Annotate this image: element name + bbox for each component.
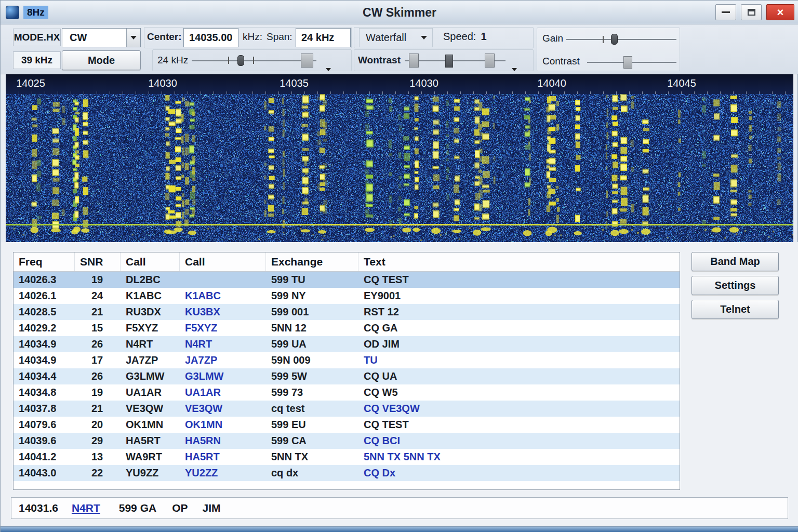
speed-label: Speed: xyxy=(443,31,476,43)
cell-call2: VE3QW xyxy=(180,403,266,415)
freq-scale-label: 14025 xyxy=(16,77,45,89)
cell-exchange: 5NN 12 xyxy=(266,322,358,334)
freq-scale-label: 14035 xyxy=(280,77,309,89)
table-row[interactable]: 14079.6 20 OK1MN OK1MN 599 EU CQ TEST xyxy=(14,417,680,433)
cell-exchange: 599 UA xyxy=(266,338,358,350)
minimize-icon xyxy=(722,11,730,13)
cell-exchange: 599 EU xyxy=(266,419,358,431)
bandwidth-slider-track xyxy=(192,60,316,61)
mode-dropdown[interactable]: CW xyxy=(62,28,141,47)
cell-snr: 20 xyxy=(75,419,121,431)
cell-text: RST 12 xyxy=(358,306,680,318)
cell-exchange: 59N 009 xyxy=(266,354,358,366)
contrast1-slider-thumb-3[interactable] xyxy=(485,54,495,68)
cell-call1: YU9ZZ xyxy=(121,467,180,479)
table-row[interactable]: 14029.2 15 F5XYZ F5XYZ 5NN 12 CQ GA xyxy=(14,320,680,336)
span-input[interactable]: 24 kHz xyxy=(296,28,351,47)
dropdown-arrow-box[interactable] xyxy=(126,29,140,47)
cell-freq: 14034.8 xyxy=(14,387,75,398)
close-button[interactable]: × xyxy=(766,4,794,20)
table-row[interactable]: 14034.4 26 G3LMW G3LMW 599 5W CQ UA xyxy=(14,368,680,384)
table-row[interactable]: 14037.8 21 VE3QW VE3QW cq test CQ VE3QW xyxy=(14,401,680,417)
gain-label: Gain xyxy=(542,33,563,44)
cell-freq: 14037.8 xyxy=(14,403,75,415)
slider-tick xyxy=(228,57,229,64)
restore-button[interactable] xyxy=(741,4,762,20)
cell-text: CQ Dx xyxy=(358,467,680,479)
header-snr[interactable]: SNR xyxy=(75,252,121,271)
table-row[interactable]: 14039.6 29 HA5RT HA5RN 599 CA CQ BCI xyxy=(14,433,680,449)
frequency-step-badge: 8Hz xyxy=(23,6,48,19)
toolbar: MODE.HX CW Center: 14035.00 kHz: Span: 2… xyxy=(1,24,798,74)
table-row[interactable]: 14034.9 26 N4RT N4RT 599 UA OD JIM xyxy=(14,336,680,352)
cell-snr: 21 xyxy=(75,306,121,318)
cell-freq: 14034.4 xyxy=(14,370,75,382)
waterfall-dropdown-value: Waterfall xyxy=(366,32,406,44)
header-freq[interactable]: Freq xyxy=(14,252,75,271)
cell-call1: G3LMW xyxy=(121,370,180,382)
header-call2[interactable]: Call xyxy=(180,252,266,271)
freq-scale-label: 14030 xyxy=(148,77,177,89)
header-text[interactable]: Text xyxy=(358,252,680,271)
cell-freq: 14034.9 xyxy=(14,338,75,350)
table-row[interactable]: 14034.9 17 JA7ZP JA7ZP 59N 009 TU xyxy=(14,352,680,368)
cell-call1: OK1MN xyxy=(121,419,180,431)
center-label: Center: xyxy=(147,31,182,43)
bandwidth-slider-thumb[interactable] xyxy=(237,55,244,66)
cell-call2: HA5RT xyxy=(180,451,266,463)
cell-freq: 14034.9 xyxy=(14,354,75,366)
waterfall-dropdown[interactable]: Waterfall xyxy=(359,28,433,47)
cell-call1: JA7ZP xyxy=(121,354,180,366)
cell-call2: K1ABC xyxy=(180,290,266,302)
dropdown-arrow-icon xyxy=(326,68,331,71)
speed-value: 1 xyxy=(481,31,486,43)
mode-button[interactable]: Mode xyxy=(62,50,141,70)
cell-call2: N4RT xyxy=(180,338,266,350)
table-row[interactable]: 14041.2 13 WA9RT HA5RT 5NN TX 5NN TX 5NN… xyxy=(14,449,680,465)
gain-slider-thumb[interactable] xyxy=(611,34,618,45)
title-bar: CW Skimmer 8Hz × xyxy=(1,1,798,24)
cell-call1: WA9RT xyxy=(121,451,180,463)
cell-text: CQ TEST xyxy=(358,274,680,286)
settings-button[interactable]: Settings xyxy=(691,276,779,295)
minimize-button[interactable] xyxy=(715,4,736,20)
bandwidth-slider-thumb-2[interactable] xyxy=(301,54,313,68)
center-frequency-input[interactable]: 14035.00 xyxy=(183,28,238,47)
contrast1-slider-thumb[interactable] xyxy=(409,54,419,68)
table-row[interactable]: 14026.1 24 K1ABC K1ABC 599 NY EY9001 xyxy=(14,288,680,304)
cell-call2: F5XYZ xyxy=(180,322,266,334)
window-title: CW Skimmer xyxy=(1,1,798,24)
cell-text: CQ W5 xyxy=(358,387,680,398)
cell-call1: K1ABC xyxy=(121,290,180,302)
cell-snr: 15 xyxy=(75,322,121,334)
freq-scale-label: 14040 xyxy=(537,77,566,89)
contrast1-slider-thumb-2[interactable] xyxy=(445,55,453,68)
cell-exchange: 599 CA xyxy=(266,435,358,447)
dropdown-arrow-icon xyxy=(512,68,517,71)
cell-freq: 14039.6 xyxy=(14,435,75,447)
restore-icon xyxy=(748,9,755,16)
table-header: Freq SNR Call Call Exchange Text xyxy=(14,252,680,272)
span-label: Span: xyxy=(267,31,292,43)
cell-text: OD JIM xyxy=(358,338,680,350)
contrast-slider-thumb[interactable] xyxy=(623,56,632,69)
cell-text: EY9001 xyxy=(358,290,680,302)
table-row[interactable]: 14028.5 21 RU3DX KU3BX 599 001 RST 12 xyxy=(14,304,680,320)
waterfall-display[interactable] xyxy=(6,94,793,242)
cell-call1: DL2BC xyxy=(121,274,180,286)
table-row[interactable]: 14043.0 22 YU9ZZ YU2ZZ cq dx CQ Dx xyxy=(14,465,680,481)
telnet-button[interactable]: Telnet xyxy=(691,300,779,319)
app-icon xyxy=(6,6,19,19)
cell-exchange: 5NN TX xyxy=(266,451,358,463)
cell-snr: 19 xyxy=(75,274,121,286)
cell-text: CQ UA xyxy=(358,370,680,382)
header-call1[interactable]: Call xyxy=(121,252,180,271)
table-row[interactable]: 14026.3 19 DL2BC 599 TU CQ TEST xyxy=(14,272,680,288)
band-map-button[interactable]: Band Map xyxy=(691,252,779,271)
table-row[interactable]: 14034.8 19 UA1AR UA1AR 599 73 CQ W5 xyxy=(14,384,680,401)
status-callsign[interactable]: N4RT xyxy=(72,502,100,514)
cell-text: CQ BCI xyxy=(358,435,680,447)
header-exchange[interactable]: Exchange xyxy=(266,252,358,271)
cell-call2: UA1AR xyxy=(180,387,266,398)
gain-slider-track xyxy=(566,39,676,40)
